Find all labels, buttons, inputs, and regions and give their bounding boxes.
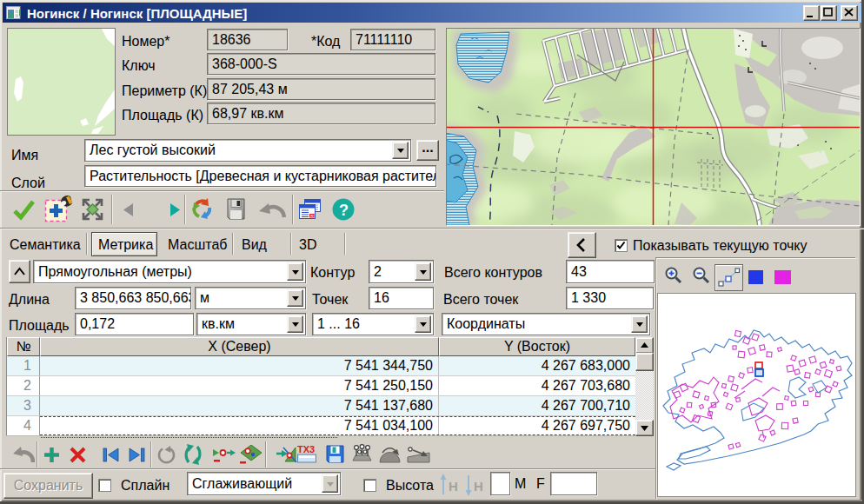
- svg-text:H: H: [474, 479, 483, 494]
- svg-text:?: ?: [339, 202, 349, 219]
- svg-text:TX3: TX3: [297, 444, 315, 454]
- svg-text:H: H: [449, 479, 458, 494]
